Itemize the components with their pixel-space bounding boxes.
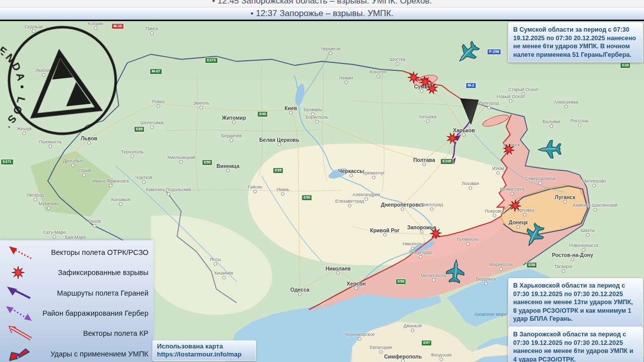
- event-ticker-banner: • 12:45 Запорожская область – взрывы. УМ…: [0, 0, 644, 21]
- lostarmour-logo-icon: [28, 50, 99, 116]
- jet-marker: [453, 39, 482, 67]
- explosion-marker: [509, 200, 522, 212]
- legend-label: Район барражирования Гербер: [35, 309, 148, 317]
- infobox-zaporizhzhia-region: В Запорожской области за период с 07:30 …: [508, 327, 643, 362]
- infobox-sumy-region: В Сумской области за период с 07:30 19.1…: [508, 22, 643, 62]
- banner-separator: [0, 20, 644, 21]
- map-source-box: Использована карта https://lostarmour.in…: [152, 340, 256, 361]
- explosion-marker: [501, 141, 517, 157]
- legend-label: Маршруты полета Гераней: [35, 289, 148, 297]
- umpk-strike-icon: [3, 345, 35, 362]
- explosion-marker: [428, 225, 444, 241]
- geran-route-icon: [3, 284, 35, 302]
- jet-marker: [521, 221, 547, 249]
- explosion-icon: [3, 263, 35, 282]
- infobox-kharkiv-region: В Харьковской области за период с 07:30 …: [508, 278, 643, 327]
- jet-marker: [445, 259, 465, 284]
- ticker-line-1: • 12:45 Запорожская область – взрывы. УМ…: [0, 0, 644, 8]
- explosion-marker: [445, 131, 460, 146]
- ticker-line-2: • 12:37 Запорожье – взрывы. УМПК.: [0, 8, 644, 20]
- source-url[interactable]: https://lostarmour.info/map: [157, 350, 252, 358]
- legend-label: Удары с применением УМПК: [35, 350, 148, 358]
- map-legend: Векторы полета ОТРК/РСЗО Зафиксированные…: [0, 240, 153, 362]
- gerber-loiter-icon: [3, 304, 35, 322]
- lostarmour-stamp: • LOSTARMOUR • CARTHAGO DELENDA EST: [0, 17, 126, 145]
- legend-label: Зафиксированные взрывы: [35, 268, 148, 277]
- otrk-vector-icon: [3, 243, 35, 261]
- legend-label: Векторы полета КР: [35, 329, 148, 337]
- source-caption: Использована карта: [157, 342, 252, 350]
- jet-marker: [538, 140, 561, 158]
- legend-row-gerber: Район барражирования Гербер: [0, 304, 153, 322]
- legend-row-explosions: Зафиксированные взрывы: [0, 263, 153, 282]
- legend-row-umpk: Удары с применением УМПК: [0, 345, 153, 362]
- explosion-marker: [408, 72, 420, 83]
- legend-row-geran: Маршруты полета Гераней: [0, 284, 153, 302]
- legend-row-otrk: Векторы полета ОТРК/РСЗО: [0, 243, 153, 261]
- legend-label: Векторы полета ОТРК/РСЗО: [35, 248, 148, 256]
- kr-vector-icon: [3, 324, 35, 342]
- legend-row-kr: Векторы полета КР: [0, 324, 153, 342]
